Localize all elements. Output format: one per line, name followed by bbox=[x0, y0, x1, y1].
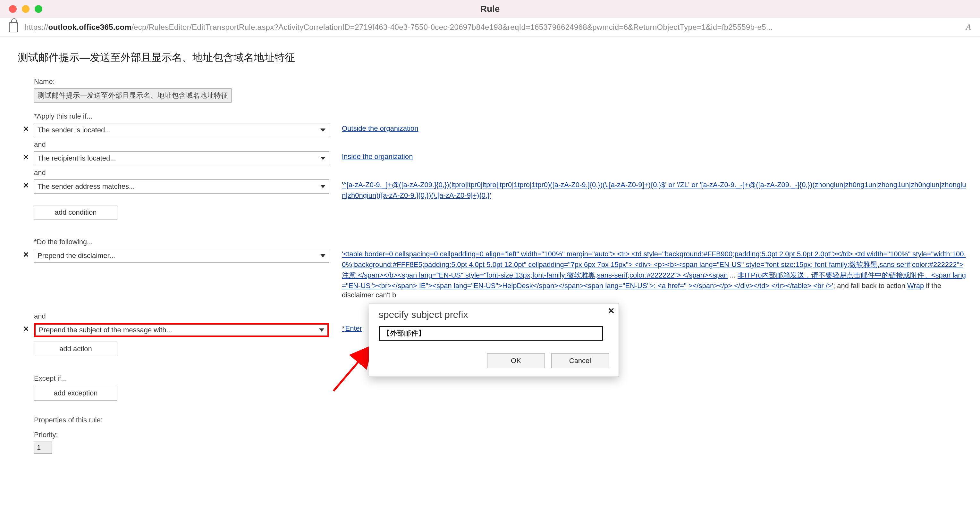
condition-value-link[interactable]: Inside the organization bbox=[342, 152, 413, 160]
enter-text-link[interactable]: Enter bbox=[342, 324, 362, 332]
disclaimer-trail: ; and fall back to action bbox=[833, 282, 907, 290]
page-title: 测试邮件提示—发送至外部且显示名、地址包含域名地址特征 bbox=[18, 51, 969, 65]
disclaimer-html-link[interactable]: ></span></p> </div></td> </tr></table> <… bbox=[689, 282, 833, 290]
and-label: and bbox=[34, 140, 969, 149]
subject-prefix-dialog: ✕ specify subject prefix OK Cancel bbox=[369, 303, 619, 377]
condition-row: ✕ The sender address matches... '^[a-zA-… bbox=[34, 179, 969, 201]
url-schema: https:// bbox=[24, 23, 48, 32]
subject-prefix-input[interactable] bbox=[379, 326, 603, 341]
condition-select-label: The sender address matches... bbox=[38, 182, 135, 191]
condition-row: ✕ The recipient is located... Inside the… bbox=[34, 151, 969, 165]
action-select-highlighted[interactable]: Prepend the subject of the message with.… bbox=[34, 323, 329, 337]
action-select-label: Prepend the subject of the message with.… bbox=[39, 326, 172, 334]
chevron-down-icon bbox=[320, 128, 326, 132]
lock-icon bbox=[9, 22, 18, 32]
chevron-down-icon bbox=[320, 157, 326, 160]
window-title: Rule bbox=[0, 4, 980, 14]
chevron-down-icon bbox=[320, 185, 326, 188]
remove-condition-icon[interactable]: ✕ bbox=[23, 153, 29, 162]
chevron-down-icon bbox=[320, 254, 326, 257]
condition-select-label: The recipient is located... bbox=[38, 154, 116, 162]
ok-button[interactable]: OK bbox=[487, 354, 545, 368]
reader-mode-icon[interactable]: A bbox=[966, 22, 971, 32]
cancel-button[interactable]: Cancel bbox=[551, 354, 609, 368]
disclaimer-html-link[interactable]: IE"><span lang="EN-US">HelpDesk</span></… bbox=[419, 282, 687, 290]
titlebar: Rule bbox=[0, 0, 980, 18]
url-text[interactable]: https://outlook.office365.com/ecp/RulesE… bbox=[24, 23, 959, 32]
do-following-label: *Do the following... bbox=[34, 238, 969, 246]
priority-field[interactable]: 1 bbox=[34, 442, 52, 454]
action-value: '<table border=0 cellspacing=0 cellpaddi… bbox=[342, 249, 969, 299]
url-path: /ecp/RulesEditor/EditTransportRule.aspx?… bbox=[132, 23, 773, 32]
condition-row: ✕ The sender is located... Outside the o… bbox=[34, 123, 969, 137]
priority-label: Priority: bbox=[34, 431, 969, 439]
action-select-label: Prepend the disclaimer... bbox=[38, 252, 115, 260]
remove-condition-icon[interactable]: ✕ bbox=[23, 181, 29, 190]
condition-value-link[interactable]: Outside the organization bbox=[342, 124, 418, 132]
page-body: 测试邮件提示—发送至外部且显示名、地址包含域名地址特征 Name: 测试邮件提示… bbox=[0, 36, 980, 466]
condition-select-label: The sender is located... bbox=[38, 126, 111, 134]
name-label: Name: bbox=[34, 78, 969, 86]
action-select[interactable]: Prepend the disclaimer... bbox=[34, 249, 329, 263]
condition-select[interactable]: The sender address matches... bbox=[34, 179, 329, 194]
properties-label: Properties of this rule: bbox=[34, 416, 969, 424]
and-label: and bbox=[34, 168, 969, 177]
close-icon[interactable]: ✕ bbox=[608, 306, 615, 316]
disclaimer-text-gap: ... bbox=[730, 271, 738, 279]
action-row: ✕ Prepend the disclaimer... '<table bord… bbox=[34, 249, 969, 299]
add-exception-button[interactable]: add exception bbox=[34, 386, 118, 401]
fallback-wrap-link[interactable]: Wrap bbox=[907, 282, 924, 290]
remove-action-icon[interactable]: ✕ bbox=[23, 251, 29, 259]
remove-condition-icon[interactable]: ✕ bbox=[23, 125, 29, 133]
chevron-down-icon bbox=[319, 328, 324, 332]
remove-action-icon[interactable]: ✕ bbox=[23, 325, 29, 333]
condition-value-link[interactable]: '^[a-zA-Z0-9._]+@([a-zA-Z09.]{0,})(itpro… bbox=[342, 181, 966, 199]
dialog-title: specify subject prefix bbox=[379, 309, 609, 320]
apply-if-label: *Apply this rule if... bbox=[34, 112, 969, 121]
address-bar: https://outlook.office365.com/ecp/RulesE… bbox=[0, 18, 980, 36]
add-action-button[interactable]: add action bbox=[34, 342, 118, 356]
name-field[interactable]: 测试邮件提示—发送至外部且显示名、地址包含域名地址特征 bbox=[34, 89, 232, 103]
condition-select[interactable]: The recipient is located... bbox=[34, 151, 329, 165]
condition-select[interactable]: The sender is located... bbox=[34, 123, 329, 137]
add-condition-button[interactable]: add condition bbox=[34, 205, 118, 220]
url-host: outlook.office365.com bbox=[48, 23, 132, 32]
